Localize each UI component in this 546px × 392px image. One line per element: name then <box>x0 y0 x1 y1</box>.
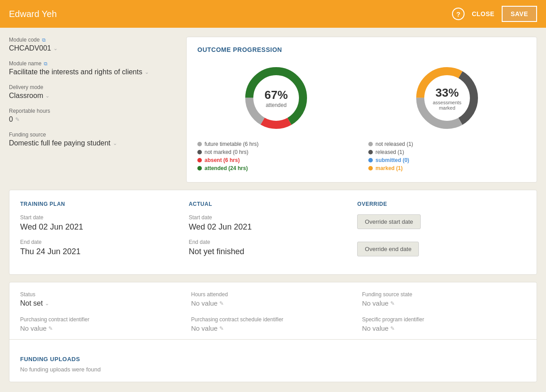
module-name-field: Module name ⧉ Facilitate the interests a… <box>9 60 179 76</box>
attendance-label: attended <box>264 102 288 108</box>
specific-program-edit-icon[interactable]: ✎ <box>390 325 395 332</box>
training-plan-header: TRAINING PLAN <box>20 201 189 207</box>
funding-source-chevron[interactable]: ⌄ <box>113 140 117 146</box>
override-col: OVERRIDE Override start date Override en… <box>357 201 526 264</box>
legend-item: absent (6 hrs) <box>197 157 355 163</box>
purchasing-schedule-label: Purchasing contract schedule identifier <box>191 316 355 323</box>
legend-item: not marked (0 hrs) <box>197 149 355 155</box>
header: Edward Yeh ? CLOSE SAVE <box>0 0 546 28</box>
submitted-dot <box>368 158 373 162</box>
purchasing-schedule-edit-icon[interactable]: ✎ <box>219 325 224 332</box>
outcome-progression-card: OUTCOME PROGRESSION <box>186 37 537 183</box>
legend-item: marked (1) <box>368 165 526 171</box>
assessments-chart-section: 33% assessmentsmarked not released (1) r… <box>368 62 526 173</box>
save-button[interactable]: SAVE <box>502 6 537 22</box>
future-timetable-label: future timetable (6 hrs) <box>205 141 259 147</box>
legend-item: attended (24 hrs) <box>197 165 355 171</box>
module-code-label: Module code ⧉ <box>9 37 179 43</box>
funding-source-state-label: Funding source state <box>362 291 526 298</box>
override-start-date-button[interactable]: Override start date <box>357 214 421 229</box>
status-field: Status Not set ⌄ <box>20 291 184 307</box>
delivery-mode-label: Delivery mode <box>9 84 179 90</box>
funding-source-state-field: Funding source state No value ✎ <box>362 291 526 307</box>
plan-end-group: End date Thu 24 Jun 2021 <box>20 239 189 256</box>
funding-state-edit-icon[interactable]: ✎ <box>390 300 395 307</box>
funding-source-value: Domestic full fee paying student ⌄ <box>9 139 179 147</box>
page-title: Edward Yeh <box>9 9 57 19</box>
legend-item: future timetable (6 hrs) <box>197 141 355 147</box>
hours-attended-field: Hours attended No value ✎ <box>191 291 355 307</box>
plan-start-group: Start date Wed 02 Jun 2021 <box>20 214 189 232</box>
close-button[interactable]: CLOSE <box>472 10 495 17</box>
assessments-legend: not released (1) released (1) submitted … <box>368 141 526 173</box>
legend-item: released (1) <box>368 149 526 155</box>
module-code-chevron[interactable]: ⌄ <box>53 45 58 51</box>
module-code-link-icon[interactable]: ⧉ <box>42 37 46 43</box>
actual-col: ACTUAL Start date Wed 02 Jun 2021 End da… <box>189 201 358 264</box>
released-dot <box>368 150 373 154</box>
actual-start-label: Start date <box>189 214 358 221</box>
attendance-donut: 67% attended <box>240 62 312 134</box>
specific-program-label: Specific program identifier <box>362 316 526 323</box>
left-panel: Module code ⧉ CHCADV001 ⌄ Module name ⧉ … <box>9 37 179 183</box>
not-marked-label: not marked (0 hrs) <box>205 149 248 155</box>
purchasing-contract-label: Purchasing contract identifier <box>20 316 184 323</box>
module-code-field: Module code ⧉ CHCADV001 ⌄ <box>9 37 179 52</box>
reportable-hours-edit-icon[interactable]: ✎ <box>15 116 20 123</box>
override-end-date-button[interactable]: Override end date <box>357 242 419 256</box>
delivery-mode-chevron[interactable]: ⌄ <box>45 93 50 99</box>
training-plan-col: TRAINING PLAN Start date Wed 02 Jun 2021… <box>20 201 189 264</box>
module-name-value: Facilitate the interests and rights of c… <box>9 68 179 76</box>
status-value: Not set ⌄ <box>20 299 184 307</box>
bottom-row-2: Purchasing contract identifier No value … <box>20 316 526 332</box>
purchasing-schedule-value: No value ✎ <box>191 324 355 332</box>
header-actions: ? CLOSE SAVE <box>452 6 537 22</box>
training-grid: TRAINING PLAN Start date Wed 02 Jun 2021… <box>20 201 526 264</box>
bottom-card: Status Not set ⌄ Hours attended No value… <box>9 282 537 382</box>
override-header: OVERRIDE <box>357 201 526 207</box>
reportable-hours-label: Reportable hours <box>9 108 179 114</box>
help-icon[interactable]: ? <box>452 8 465 20</box>
status-chevron[interactable]: ⌄ <box>45 300 49 307</box>
funding-uploads-title: FUNDING UPLOADS <box>20 356 526 362</box>
legend-item: submitted (0) <box>368 157 526 163</box>
marked-dot <box>368 166 373 170</box>
not-released-label: not released (1) <box>375 141 413 147</box>
not-released-dot <box>368 142 373 146</box>
top-section: Module code ⧉ CHCADV001 ⌄ Module name ⧉ … <box>9 37 537 183</box>
attended-dot <box>197 166 202 170</box>
attendance-percentage: 67% <box>264 88 288 102</box>
specific-program-field: Specific program identifier No value ✎ <box>362 316 526 332</box>
attendance-donut-center: 67% attended <box>264 88 288 108</box>
purchasing-schedule-field: Purchasing contract schedule identifier … <box>191 316 355 332</box>
bottom-row-1: Status Not set ⌄ Hours attended No value… <box>20 291 526 307</box>
status-label: Status <box>20 291 184 298</box>
module-name-link-icon[interactable]: ⧉ <box>44 61 47 67</box>
actual-start-group: Start date Wed 02 Jun 2021 <box>189 214 358 232</box>
attended-label: attended (24 hrs) <box>205 165 248 171</box>
main-content: Module code ⧉ CHCADV001 ⌄ Module name ⧉ … <box>0 28 546 391</box>
funding-source-state-value: No value ✎ <box>362 299 526 307</box>
plan-end-value: Thu 24 Jun 2021 <box>20 247 189 256</box>
reportable-hours-value: 0 ✎ <box>9 115 179 124</box>
plan-start-label: Start date <box>20 214 189 221</box>
delivery-mode-value: Classroom ⌄ <box>9 92 179 100</box>
module-name-chevron[interactable]: ⌄ <box>145 69 149 75</box>
specific-program-value: No value ✎ <box>362 324 526 332</box>
purchasing-contract-value: No value ✎ <box>20 324 184 332</box>
purchasing-contract-edit-icon[interactable]: ✎ <box>48 325 53 332</box>
released-label: released (1) <box>375 149 404 155</box>
hours-attended-edit-icon[interactable]: ✎ <box>219 300 224 307</box>
charts-row: 67% attended future timetable (6 hrs) no… <box>197 62 526 173</box>
purchasing-contract-field: Purchasing contract identifier No value … <box>20 316 184 332</box>
plan-start-value: Wed 02 Jun 2021 <box>20 222 189 232</box>
attendance-chart-section: 67% attended future timetable (6 hrs) no… <box>197 62 355 173</box>
override-end-group: Override end date <box>357 242 526 256</box>
funding-uploads-empty: No funding uploads were found <box>20 366 526 373</box>
actual-end-value: Not yet finished <box>189 247 358 256</box>
assessments-percentage: 33% <box>433 86 461 100</box>
submitted-label: submitted (0) <box>375 157 409 163</box>
actual-start-value: Wed 02 Jun 2021 <box>189 222 358 232</box>
funding-source-label: Funding source <box>9 132 179 138</box>
training-plan-card: TRAINING PLAN Start date Wed 02 Jun 2021… <box>9 190 537 275</box>
